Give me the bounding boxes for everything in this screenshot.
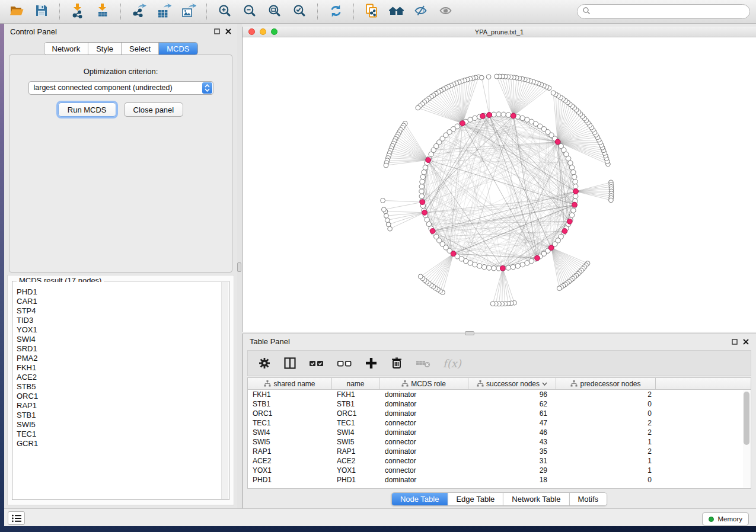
table-row[interactable]: STB1STB1dominator620 bbox=[248, 399, 751, 409]
column-header-predecessor-nodes[interactable]: predecessor nodes bbox=[556, 378, 656, 389]
deselect-all-button[interactable] bbox=[336, 356, 353, 370]
table-row[interactable]: SWI5SWI5connector431 bbox=[248, 437, 751, 447]
list-item[interactable]: STB1 bbox=[17, 411, 228, 420]
zoom-in-button[interactable] bbox=[214, 2, 235, 21]
tab-motifs[interactable]: Motifs bbox=[569, 493, 607, 505]
table-row[interactable]: PHD1PHD1dominator180 bbox=[248, 475, 751, 485]
table-cell: RAP1 bbox=[248, 447, 332, 456]
float-panel-icon[interactable] bbox=[732, 336, 738, 347]
table-cell: 2 bbox=[556, 428, 656, 437]
tab-select[interactable]: Select bbox=[121, 43, 158, 55]
toolbar-separator bbox=[317, 4, 318, 20]
table-row[interactable]: RAP1RAP1dominator352 bbox=[248, 447, 751, 456]
export-network-icon bbox=[131, 3, 146, 20]
function-builder-icon-disabled: f(x) bbox=[443, 357, 461, 370]
tab-style[interactable]: Style bbox=[88, 43, 121, 55]
tab-edge-table[interactable]: Edge Table bbox=[447, 493, 503, 505]
mcds-list-scrollbar[interactable] bbox=[221, 282, 228, 499]
open-session-button[interactable] bbox=[6, 2, 27, 21]
close-panel-icon[interactable] bbox=[225, 26, 231, 37]
float-panel-icon[interactable] bbox=[214, 26, 220, 37]
table-cell: 96 bbox=[468, 390, 556, 399]
delete-row-button[interactable] bbox=[390, 356, 404, 370]
table-cell: 43 bbox=[468, 438, 556, 446]
list-item[interactable]: ACE2 bbox=[17, 373, 228, 382]
table-cell: dominator bbox=[379, 390, 468, 399]
home-button[interactable] bbox=[386, 2, 407, 21]
table-scrollbar[interactable] bbox=[743, 390, 750, 488]
add-row-button[interactable] bbox=[364, 356, 378, 370]
list-item[interactable]: GCR1 bbox=[17, 439, 228, 448]
zoom-fit-button[interactable] bbox=[264, 2, 285, 21]
graph-leaf-node bbox=[382, 207, 387, 212]
list-item[interactable]: SWI4 bbox=[17, 335, 228, 344]
table-cell: 1 bbox=[556, 438, 656, 446]
graph-node bbox=[492, 266, 496, 271]
show-panels-button[interactable] bbox=[436, 2, 457, 21]
close-panel-icon[interactable] bbox=[743, 336, 749, 347]
column-header-shared-name[interactable]: shared name bbox=[248, 378, 332, 389]
list-item[interactable]: YOX1 bbox=[17, 325, 228, 335]
zoom-selected-button[interactable] bbox=[289, 2, 310, 21]
clone-network-button[interactable] bbox=[361, 2, 382, 21]
search-field[interactable] bbox=[577, 4, 750, 19]
panel-splitter-vertical[interactable] bbox=[237, 24, 242, 508]
table-scrollbar-thumb[interactable] bbox=[744, 392, 749, 445]
list-item[interactable]: FKH1 bbox=[17, 363, 228, 373]
table-row[interactable]: ACE2ACE2connector311 bbox=[248, 456, 751, 466]
table-row[interactable]: YOX1YOX1connector291 bbox=[248, 466, 751, 475]
network-canvas[interactable] bbox=[243, 37, 756, 332]
list-item[interactable]: SRD1 bbox=[17, 344, 228, 354]
column-header-successor-nodes[interactable]: successor nodes bbox=[468, 378, 556, 389]
select-all-button[interactable] bbox=[308, 356, 325, 370]
refresh-icon bbox=[328, 4, 343, 20]
graph-hub-node bbox=[555, 139, 560, 145]
network-window-titlebar[interactable]: YPA_prune.txt_1 bbox=[243, 27, 756, 37]
export-network-button[interactable] bbox=[128, 2, 149, 21]
list-item[interactable]: RAP1 bbox=[17, 401, 228, 411]
import-network-button[interactable] bbox=[67, 2, 88, 21]
tab-network[interactable]: Network bbox=[44, 43, 88, 55]
table-row[interactable]: ORC1ORC1dominator610 bbox=[248, 409, 751, 418]
save-session-button[interactable] bbox=[31, 2, 52, 21]
tab-network-table[interactable]: Network Table bbox=[503, 493, 569, 505]
column-header-mcds-role[interactable]: MCDS role bbox=[379, 378, 468, 389]
list-item[interactable]: STP4 bbox=[17, 306, 228, 316]
export-table-button[interactable] bbox=[153, 2, 174, 21]
list-item[interactable]: PMA2 bbox=[17, 354, 228, 363]
export-image-button[interactable] bbox=[178, 2, 199, 21]
zoom-out-button[interactable] bbox=[239, 2, 260, 21]
run-mcds-button[interactable]: Run MCDS bbox=[58, 102, 116, 117]
list-item[interactable]: CAR1 bbox=[17, 297, 228, 306]
show-columns-button[interactable] bbox=[283, 356, 297, 370]
tab-node-table[interactable]: Node Table bbox=[392, 493, 448, 505]
refresh-button[interactable] bbox=[325, 2, 346, 21]
splitter-grip[interactable] bbox=[237, 262, 241, 272]
list-item[interactable]: TID3 bbox=[17, 316, 228, 325]
graph-node bbox=[419, 189, 424, 194]
table-row[interactable]: TEC1TEC1connector472 bbox=[248, 418, 751, 428]
optimization-criterion-select[interactable]: largest connected component (undirected) bbox=[28, 81, 213, 95]
table-row[interactable]: SWI4SWI4dominator462 bbox=[248, 428, 751, 437]
close-panel-button[interactable]: Close panel bbox=[124, 102, 184, 117]
list-item[interactable]: TEC1 bbox=[17, 430, 228, 439]
column-header-name[interactable]: name bbox=[332, 378, 379, 389]
list-item[interactable]: ORC1 bbox=[17, 392, 228, 401]
table-cell: ACE2 bbox=[248, 457, 332, 465]
tab-mcds[interactable]: MCDS bbox=[158, 43, 197, 55]
toolbar-separator bbox=[353, 4, 354, 20]
table-settings-button[interactable] bbox=[257, 356, 272, 370]
list-item[interactable]: STB5 bbox=[17, 382, 228, 392]
table-row[interactable]: FKH1FKH1dominator962 bbox=[248, 390, 751, 399]
table-cell: 1 bbox=[556, 466, 656, 475]
task-history-button[interactable] bbox=[8, 511, 25, 525]
panel-splitter-horizontal[interactable] bbox=[465, 331, 474, 335]
list-item[interactable]: SWI5 bbox=[17, 420, 228, 430]
mcds-result-list[interactable]: PHD1CAR1STP4TID3YOX1SWI4SRD1PMA2FKH1ACE2… bbox=[13, 282, 228, 499]
search-input[interactable] bbox=[594, 6, 749, 18]
graph-node bbox=[501, 112, 506, 117]
hide-panels-button[interactable] bbox=[411, 2, 432, 21]
memory-button[interactable]: Memory bbox=[702, 512, 749, 525]
list-item[interactable]: PHD1 bbox=[17, 287, 228, 297]
import-table-button[interactable] bbox=[92, 2, 113, 21]
